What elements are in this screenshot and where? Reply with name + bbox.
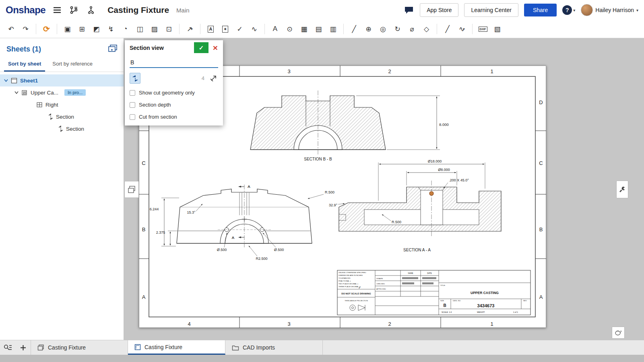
undo-button[interactable]: ↶ bbox=[4, 22, 18, 36]
new-tab-button[interactable] bbox=[15, 340, 31, 355]
surface-finish-button[interactable]: ✓ bbox=[233, 22, 247, 36]
section-view-button[interactable]: ↯ bbox=[104, 22, 118, 36]
add-sheet-button[interactable] bbox=[108, 45, 117, 53]
render-options-button[interactable] bbox=[612, 327, 625, 339]
plus-icon bbox=[20, 345, 26, 351]
projected-view-button[interactable]: ⊞ bbox=[75, 22, 89, 36]
dimension-button[interactable]: ↗▾ bbox=[183, 22, 197, 36]
svg-text:B: B bbox=[142, 226, 146, 232]
geometry-tool-button[interactable]: ◇ bbox=[419, 22, 433, 36]
svg-text:SIZE: SIZE bbox=[440, 300, 444, 302]
user-menu[interactable]: Hailey Harrison ▾ bbox=[581, 4, 638, 16]
tree-item-right-view[interactable]: Right bbox=[0, 99, 124, 111]
text-button[interactable]: A bbox=[268, 22, 282, 36]
divider bbox=[179, 24, 180, 34]
sheet-icon bbox=[11, 78, 17, 84]
tab-sort-by-sheet[interactable]: Sort by sheet bbox=[4, 58, 45, 72]
projected-view-icon: ⊞ bbox=[79, 25, 85, 33]
tree-item-sheet1[interactable]: Sheet1 bbox=[0, 74, 124, 86]
crop-view-button[interactable]: ⊡ bbox=[162, 22, 176, 36]
versions-button[interactable] bbox=[69, 5, 79, 15]
tree-item-label: Sheet1 bbox=[20, 78, 38, 84]
tab-manager-button[interactable] bbox=[0, 340, 15, 355]
tree-item-section-2[interactable]: Section bbox=[0, 123, 124, 135]
centermark-button[interactable]: ⊕ bbox=[361, 22, 376, 36]
share-button[interactable]: Share bbox=[524, 4, 557, 16]
sheets-flyout-button[interactable] bbox=[124, 181, 139, 198]
tree-item-label: Upper Ca... bbox=[31, 90, 58, 96]
learning-center-button[interactable]: Learning Center bbox=[464, 3, 518, 17]
feedback-button[interactable] bbox=[404, 5, 414, 15]
chevron-down-icon: ▾ bbox=[636, 8, 638, 12]
divider bbox=[343, 24, 344, 34]
broken-view-button[interactable]: ◫ bbox=[133, 22, 147, 36]
svg-text:TOLERANCES:: TOLERANCES: bbox=[339, 277, 351, 279]
insert-view-button[interactable]: ▣ bbox=[60, 22, 74, 36]
main-menu-button[interactable] bbox=[52, 5, 62, 15]
note-button[interactable]: A bbox=[204, 22, 218, 36]
checkbox[interactable] bbox=[130, 90, 135, 96]
tab-drawing[interactable]: Casting Fixture bbox=[128, 340, 225, 355]
tree-item-label: Section bbox=[56, 114, 74, 120]
sheet-count: 1 of 1 bbox=[513, 311, 518, 313]
bom-table-button[interactable]: ▤ bbox=[312, 22, 326, 36]
app-store-button[interactable]: App Store bbox=[420, 3, 458, 17]
branch-button[interactable] bbox=[86, 5, 96, 15]
line-button[interactable]: ╱ bbox=[440, 22, 454, 36]
tab-cad-imports[interactable]: CAD Imports bbox=[225, 340, 323, 355]
spline-button[interactable]: ∿▾ bbox=[455, 22, 469, 36]
svg-text:4: 4 bbox=[188, 321, 190, 327]
option-section-depth[interactable]: Section depth bbox=[130, 102, 218, 108]
tab-part-studio[interactable]: Casting Fixture bbox=[31, 340, 128, 355]
dialog-accept-button[interactable]: ✓ bbox=[194, 42, 208, 53]
tab-sort-by-reference[interactable]: Sort by reference bbox=[48, 58, 97, 72]
svg-text:DO NOT SCALE DRAWING: DO NOT SCALE DRAWING bbox=[341, 292, 371, 295]
tree-item-section-1[interactable]: Section bbox=[0, 111, 124, 123]
tools-flyout-button[interactable] bbox=[616, 181, 628, 198]
breakout-section-icon: ▨ bbox=[151, 25, 157, 33]
weld-symbol-button[interactable]: ∿ bbox=[247, 22, 261, 36]
help-menu[interactable]: ? ▾ bbox=[562, 5, 575, 15]
option-show-cut-geometry[interactable]: Show cut geometry only bbox=[130, 90, 218, 96]
svg-text:REV: REV bbox=[523, 300, 527, 302]
insert-image-button[interactable]: ▧ bbox=[490, 22, 504, 36]
hole-table-button[interactable]: ▥ bbox=[326, 22, 340, 36]
callout-button[interactable]: ⊙ bbox=[283, 22, 297, 36]
centerline-icon: ╱ bbox=[352, 25, 356, 33]
redo-button[interactable]: ↷ bbox=[19, 22, 33, 36]
svg-text:DRAWN: DRAWN bbox=[376, 278, 383, 280]
flip-direction-button[interactable] bbox=[208, 74, 218, 83]
breakout-section-button[interactable]: ▨ bbox=[147, 22, 161, 36]
circle-tool-button[interactable]: ◎ bbox=[376, 22, 390, 36]
selected-vertex[interactable] bbox=[429, 191, 433, 195]
tab-search-icon bbox=[4, 344, 12, 351]
table-button[interactable]: ▦ bbox=[297, 22, 311, 36]
rotate-tool-button[interactable]: ↻ bbox=[390, 22, 405, 36]
checkbox[interactable] bbox=[130, 114, 135, 120]
dialog-cancel-button[interactable]: × bbox=[210, 42, 221, 53]
svg-text:3: 3 bbox=[287, 68, 290, 74]
in-progress-badge: In pro... bbox=[64, 89, 86, 96]
flip-arrow-icon bbox=[210, 74, 217, 82]
svg-text:WEIGHT:: WEIGHT: bbox=[477, 311, 485, 313]
checkbox[interactable] bbox=[130, 102, 135, 108]
svg-text:Ø.500: Ø.500 bbox=[217, 248, 227, 252]
section-name-input[interactable] bbox=[130, 58, 218, 68]
diameter-tool-button[interactable]: ⌀ bbox=[405, 22, 419, 36]
tree-item-view[interactable]: Upper Ca... In pro... bbox=[0, 86, 124, 99]
centerline-button[interactable]: ╱ bbox=[347, 22, 361, 36]
chevron-down-icon: ▾ bbox=[573, 8, 575, 12]
svg-text:D: D bbox=[539, 99, 543, 105]
auxiliary-view-button[interactable]: ◩ bbox=[89, 22, 103, 36]
option-cut-from-section[interactable]: Cut from section bbox=[130, 114, 218, 120]
section-line-style-button[interactable] bbox=[130, 73, 140, 84]
dialog-title: Section view bbox=[130, 45, 194, 51]
divider bbox=[437, 24, 437, 34]
section-icon bbox=[58, 125, 63, 132]
section-line-icon bbox=[132, 75, 138, 82]
geometric-tolerance-button[interactable]: ⌖ bbox=[218, 22, 232, 36]
update-views-button[interactable]: ⟳ bbox=[39, 22, 54, 36]
detail-view-button[interactable]: ◔ bbox=[118, 22, 132, 36]
svg-text:2: 2 bbox=[388, 68, 391, 74]
export-dxf-button[interactable]: DXF bbox=[476, 22, 490, 36]
